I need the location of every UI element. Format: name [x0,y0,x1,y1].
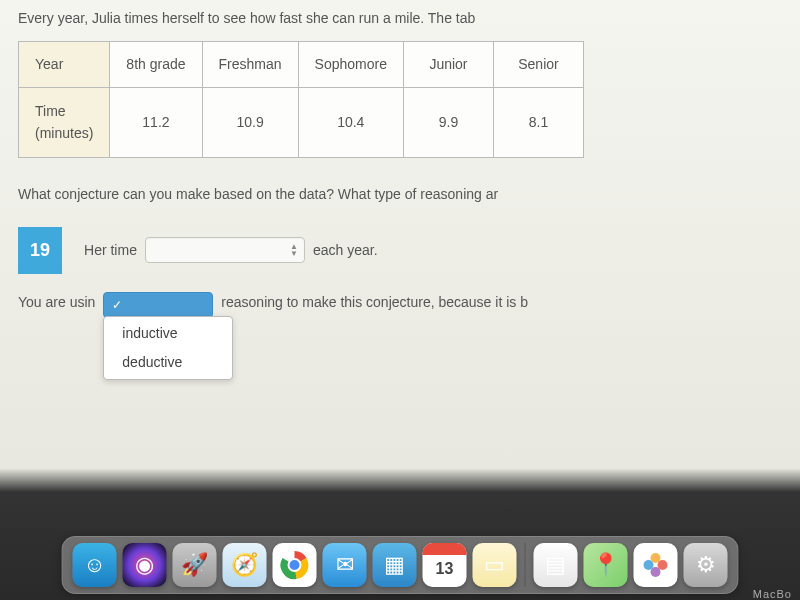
app-icon-1[interactable]: ▦ [373,543,417,587]
reasoning-dropdown-list: inductive deductive [103,316,233,380]
line2-suffix: reasoning to make this conjecture, becau… [221,292,528,313]
data-table: Year 8th grade Freshman Sophomore Junior… [18,41,584,158]
app-icon-2[interactable]: ▤ [534,543,578,587]
finder-icon[interactable]: ☺ [73,543,117,587]
line1-suffix: each year. [313,240,378,261]
table-data-cell: 9.9 [403,88,493,158]
quiz-content: Every year, Julia times herself to see h… [0,0,800,318]
table-data-cell: 10.9 [202,88,298,158]
dropdown-option-inductive[interactable]: inductive [104,319,232,348]
table-header-cell: Junior [403,42,493,88]
intro-text: Every year, Julia times herself to see h… [18,8,800,29]
check-icon: ✓ [112,296,122,314]
launchpad-icon[interactable]: 🚀 [173,543,217,587]
table-data-cell: 8.1 [493,88,583,158]
answer-line-2: You are usin ✓ inductive deductive reaso… [18,292,800,318]
reasoning-dropdown[interactable]: ✓ [103,292,213,318]
photos-icon[interactable] [634,543,678,587]
time-label-cell: Time (minutes) [19,88,110,158]
siri-icon[interactable]: ◉ [123,543,167,587]
table-row: Time (minutes) 11.2 10.9 10.4 9.9 8.1 [19,88,584,158]
dropdown-option-deductive[interactable]: deductive [104,348,232,377]
table-header-cell: Senior [493,42,583,88]
dock-divider [525,543,526,587]
her-time-dropdown[interactable]: ▲▼ [145,237,305,263]
macos-dock: ☺◉🚀🧭✉▦13▭▤📍⚙ [62,536,739,594]
table-row: Year 8th grade Freshman Sophomore Junior… [19,42,584,88]
svg-point-2 [289,559,301,571]
question-prompt: What conjecture can you make based on th… [18,184,800,205]
question-number-badge: 19 [18,227,62,274]
table-data-cell: 10.4 [298,88,403,158]
line1-prefix: Her time [84,240,137,261]
reasoning-dropdown-wrap: ✓ inductive deductive [103,292,213,318]
calendar-icon[interactable]: 13 [423,543,467,587]
mail-icon[interactable]: ✉ [323,543,367,587]
time-label-line1: Time [35,103,66,119]
table-header-cell: Freshman [202,42,298,88]
answer-line-1: 19 Her time ▲▼ each year. [18,227,800,274]
stepper-icon: ▲▼ [288,243,300,257]
line2-prefix: You are usin [18,292,95,313]
table-header-cell: 8th grade [110,42,202,88]
table-header-cell: Sophomore [298,42,403,88]
time-label-line2: (minutes) [35,125,93,141]
notes-icon[interactable]: ▭ [473,543,517,587]
preferences-icon[interactable]: ⚙ [684,543,728,587]
safari-icon[interactable]: 🧭 [223,543,267,587]
table-data-cell: 11.2 [110,88,202,158]
year-label-cell: Year [19,42,110,88]
macbook-label: MacBo [753,588,792,600]
maps-icon[interactable]: 📍 [584,543,628,587]
chrome-icon[interactable] [273,543,317,587]
svg-point-6 [644,560,654,570]
